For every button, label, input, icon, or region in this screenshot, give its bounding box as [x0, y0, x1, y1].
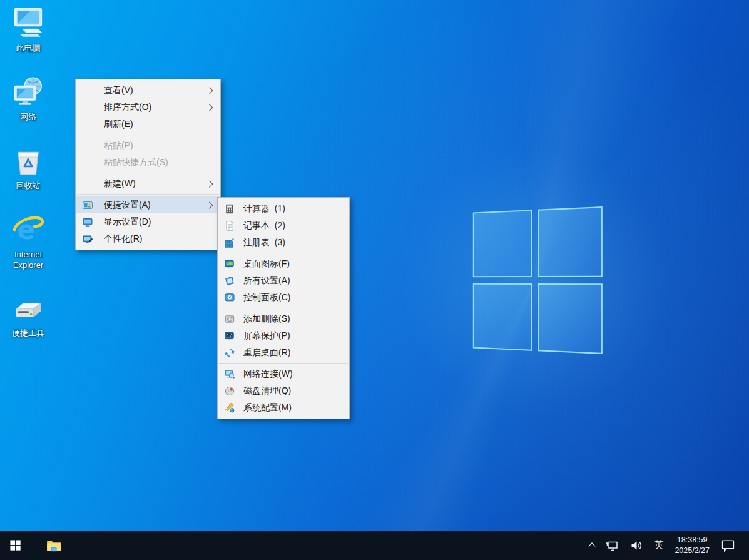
menu-item-icon	[83, 103, 93, 113]
menu-item-label: 屏幕保护(P)	[243, 330, 290, 342]
network-icon	[606, 539, 619, 552]
this-pc-icon	[11, 6, 45, 40]
registry-icon	[225, 238, 235, 248]
menu-item-label: 查看(V)	[104, 85, 133, 96]
menu-item-label: 便捷设置(A)	[104, 200, 151, 211]
menu-item-label: 添加删除(S)	[243, 313, 290, 325]
submenu-item-screen-saver[interactable]: 屏幕保护(P)	[218, 327, 349, 344]
menu-item-label: 计算器 (1)	[243, 203, 285, 215]
file-explorer-button[interactable]	[39, 531, 69, 560]
submenu-chevron-icon	[206, 181, 213, 187]
desktop-icon-this-pc[interactable]: 此电脑	[4, 6, 53, 54]
menu-item-label: 排序方式(O)	[104, 102, 151, 113]
personalize-icon	[83, 234, 93, 244]
windows-logo-pane	[538, 283, 603, 354]
menu-item-label: 磁盘清理(Q)	[243, 385, 291, 397]
desktop-icons-cfg-icon	[225, 259, 235, 269]
volume-icon	[629, 539, 643, 552]
calculator-icon	[225, 204, 235, 214]
desktop-icon-network[interactable]: 网络	[4, 75, 53, 123]
clock-date: 2025/2/27	[675, 546, 710, 556]
menu-item-label: 个性化(R)	[104, 233, 142, 245]
internet-explorer-icon: e	[11, 213, 45, 247]
clock-time: 18:38:59	[677, 535, 708, 545]
recycle-bin-icon	[11, 144, 45, 178]
add-remove-icon	[225, 314, 235, 324]
context-menu-item-paste-shortcut: 粘贴快捷方式(S)	[76, 154, 220, 171]
context-menu-item-display-settings[interactable]: 显示设置(D)	[76, 213, 220, 230]
submenu-chevron-icon	[206, 88, 213, 94]
menu-item-label: 记事本 (2)	[243, 220, 285, 232]
menu-item-label: 粘贴(P)	[104, 140, 133, 151]
menu-item-label: 刷新(E)	[104, 119, 133, 130]
menu-separator	[219, 253, 348, 253]
windows-logo-pane	[473, 283, 532, 351]
context-menu-item-view[interactable]: 查看(V)	[76, 82, 220, 99]
menu-item-label: 所有设置(A)	[243, 275, 290, 287]
desktop-context-menu: 查看(V) 排序方式(O) 刷新(E) 粘贴(P) 粘贴快捷方式(S) 新建(W…	[75, 79, 221, 250]
menu-separator	[77, 135, 219, 135]
windows-start-icon	[10, 540, 21, 551]
desktop-icon-portable-tools[interactable]: 便捷工具	[4, 292, 53, 339]
context-menu-item-refresh[interactable]: 刷新(E)	[76, 116, 220, 133]
submenu-item-calculator[interactable]: 计算器 (1)	[218, 200, 349, 217]
desktop-icon-label: 网络	[20, 112, 36, 123]
submenu-item-registry[interactable]: 注册表 (3)	[218, 234, 349, 251]
menu-item-label: 网络连接(W)	[243, 369, 293, 380]
file-explorer-icon	[46, 537, 62, 554]
volume-tray-button[interactable]	[625, 531, 648, 560]
context-menu-item-sort-by[interactable]: 排序方式(O)	[76, 99, 220, 116]
start-button[interactable]	[0, 531, 30, 560]
menu-item-icon	[83, 120, 93, 130]
menu-separator	[77, 194, 219, 195]
system-tray: 英 18:38:59 2025/2/27	[585, 531, 749, 560]
submenu-item-add-remove[interactable]: 添加删除(S)	[218, 310, 349, 327]
action-center-button[interactable]	[716, 531, 740, 560]
quick-settings-submenu: 计算器 (1) 记事本 (2) 注册表 (3) 桌面图标(F) 所有设置(A) …	[217, 197, 350, 419]
submenu-item-control-panel[interactable]: 控制面板(C)	[218, 289, 349, 306]
menu-item-label: 粘贴快捷方式(S)	[104, 157, 168, 168]
desktop-icon-recycle-bin[interactable]: 回收站	[4, 144, 53, 191]
submenu-item-restart-desktop[interactable]: 重启桌面(R)	[218, 344, 349, 361]
menu-item-icon	[83, 86, 93, 96]
all-settings-icon	[225, 276, 235, 286]
language-indicator[interactable]: 英	[649, 531, 668, 560]
menu-item-label: 新建(W)	[104, 178, 136, 190]
submenu-item-all-settings[interactable]: 所有设置(A)	[218, 272, 349, 289]
submenu-item-notepad[interactable]: 记事本 (2)	[218, 217, 349, 234]
submenu-chevron-icon	[206, 104, 213, 111]
menu-item-icon	[83, 141, 93, 151]
menu-separator	[219, 363, 348, 364]
windows-logo-pane	[473, 210, 532, 277]
restart-desktop-icon	[225, 348, 235, 358]
windows-logo-pane	[538, 206, 603, 277]
desktop-icon-label: Internet Explorer	[4, 250, 53, 271]
submenu-item-system-config[interactable]: 系统配置(M)	[218, 399, 349, 416]
menu-item-label: 系统配置(M)	[243, 402, 292, 414]
menu-item-label: 注册表 (3)	[243, 237, 285, 248]
menu-item-label: 桌面图标(F)	[243, 258, 290, 270]
desktop-icon-label: 便捷工具	[12, 328, 44, 339]
submenu-item-disk-cleanup[interactable]: 磁盘清理(Q)	[218, 382, 349, 399]
desktop-icon-list: 此电脑 网络 回收站 e Internet Explorer 便捷工具	[4, 6, 53, 339]
desktop-icon-internet-explorer[interactable]: e Internet Explorer	[4, 213, 53, 271]
taskbar-clock[interactable]: 18:38:59 2025/2/27	[670, 531, 715, 560]
submenu-chevron-icon	[206, 202, 213, 208]
menu-item-label: 重启桌面(R)	[243, 347, 290, 359]
context-menu-item-personalize[interactable]: 个性化(R)	[76, 230, 220, 247]
system-config-icon	[225, 403, 235, 413]
network-icon	[11, 75, 45, 109]
taskbar: 英 18:38:59 2025/2/27	[0, 531, 749, 560]
hidden-icons-button[interactable]	[585, 531, 600, 560]
desktop-icon-label: 回收站	[16, 181, 41, 191]
taskbar-apps	[39, 531, 69, 560]
chevron-up-icon	[589, 542, 596, 549]
context-menu-item-new[interactable]: 新建(W)	[76, 175, 220, 192]
network-tray-button[interactable]	[601, 531, 624, 560]
submenu-item-network-connections[interactable]: 网络连接(W)	[218, 365, 349, 382]
menu-item-icon	[83, 158, 93, 168]
context-menu-item-quick-settings[interactable]: 便捷设置(A)	[76, 196, 220, 213]
submenu-item-desktop-icons-cfg[interactable]: 桌面图标(F)	[218, 255, 349, 272]
menu-item-label: 控制面板(C)	[243, 292, 290, 303]
menu-item-icon	[83, 179, 93, 189]
